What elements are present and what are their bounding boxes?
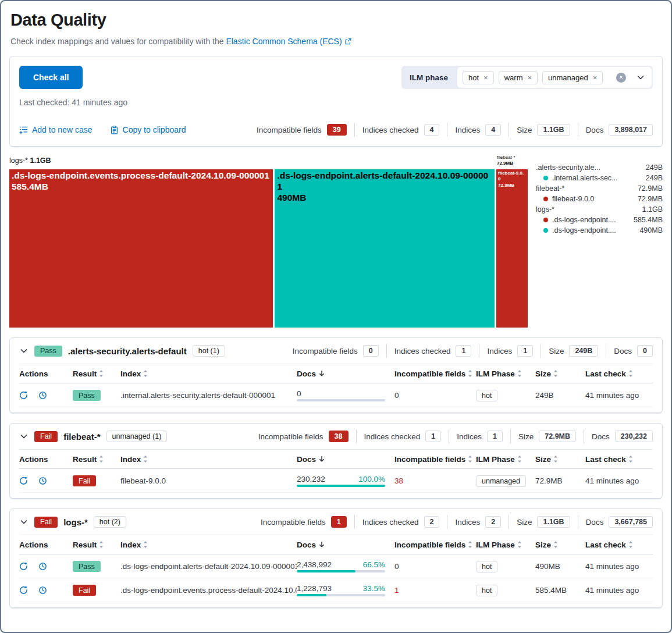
chevron-down-icon[interactable]: [19, 346, 29, 355]
divider: [509, 515, 509, 529]
col-index[interactable]: Index: [120, 455, 297, 464]
legend-dot: [543, 218, 548, 222]
check-all-button[interactable]: Check all: [19, 66, 83, 89]
ecs-link[interactable]: Elastic Common Schema (ECS): [226, 37, 351, 46]
col-docs[interactable]: Docs: [297, 540, 385, 549]
col-docs[interactable]: Docs: [297, 369, 385, 378]
sort-desc-icon: [318, 541, 325, 548]
col-incompatible[interactable]: Incompatible fields: [394, 455, 476, 464]
accordion-header[interactable]: Fail filebeat-* unmanaged (1) Incompatib…: [10, 424, 662, 449]
storage-treemap: logs-* 1.1GB filebeat-*72.9MB .ds-logs-e…: [9, 157, 663, 328]
phase-count-chip: hot (1): [193, 345, 225, 357]
divider: [356, 429, 357, 443]
check-index-icon[interactable]: [19, 476, 28, 485]
ilm-phase-chip: unmanaged: [476, 475, 526, 487]
docs-bar: [297, 399, 385, 401]
stat-docs: Docs3,898,017: [586, 124, 653, 136]
add-to-new-case-button[interactable]: Add to new case: [19, 125, 93, 134]
legend-group-row: logs-*1.1GB: [536, 204, 663, 215]
sortable-icon: [553, 370, 558, 377]
check-index-icon[interactable]: [19, 391, 28, 400]
remove-option-icon[interactable]: ×: [593, 73, 598, 82]
sortable-icon: [553, 541, 558, 548]
add-to-case-icon: [19, 126, 28, 134]
ilm-phase-filter[interactable]: ILM phase hot× warm× unmanaged× ×: [401, 66, 653, 89]
col-index[interactable]: Index: [120, 540, 297, 549]
col-incompatible[interactable]: Incompatible fields: [394, 540, 476, 549]
legend-item-row: .internal.alerts-sec...249B: [536, 173, 663, 183]
sortable-icon: [517, 370, 522, 377]
page-title: Data Quality: [10, 10, 662, 30]
col-size[interactable]: Size: [535, 369, 585, 378]
col-last-check[interactable]: Last check: [585, 369, 653, 378]
history-icon[interactable]: [38, 476, 47, 485]
accordion-header[interactable]: Fail logs-* hot (2) Incompatible fields1…: [10, 509, 662, 535]
ilm-phase-chip: hot: [476, 585, 497, 596]
legend-group-row: filebeat-*72.9MB: [536, 183, 663, 194]
result-badge: Pass: [73, 390, 101, 401]
chevron-down-icon[interactable]: [19, 517, 29, 527]
index-name: filebeat-9.0.0: [120, 476, 297, 485]
history-icon[interactable]: [38, 391, 47, 400]
clear-filter-icon[interactable]: ×: [616, 73, 626, 83]
check-index-icon[interactable]: [19, 586, 28, 595]
ilm-phase-label: ILM phase: [401, 73, 456, 82]
sortable-icon: [143, 370, 148, 377]
legend-dot: [543, 197, 548, 201]
col-index[interactable]: Index: [120, 369, 297, 378]
pattern-stats: Incompatible fields0 Indices checked1 In…: [293, 344, 653, 358]
result-badge: Fail: [73, 585, 96, 596]
pattern-card-logs: Fail logs-* hot (2) Incompatible fields1…: [9, 508, 663, 608]
sortable-icon: [99, 370, 104, 377]
col-ilm-phase[interactable]: ILM Phase: [476, 369, 535, 378]
chevron-down-icon[interactable]: [636, 73, 645, 82]
divider: [541, 344, 541, 358]
col-incompatible[interactable]: Incompatible fields: [394, 369, 476, 378]
treemap-block[interactable]: .ds-logs-endpoint.alerts-default-2024.10…: [275, 169, 495, 328]
ilm-option-unmanaged[interactable]: unmanaged×: [542, 71, 603, 84]
legend-dot: [543, 176, 548, 180]
summary-panel: Check all Last checked: 41 minutes ago I…: [9, 56, 663, 147]
ilm-option-hot[interactable]: hot×: [463, 71, 494, 84]
col-docs[interactable]: Docs: [297, 455, 385, 464]
copy-to-clipboard-button[interactable]: Copy to clipboard: [110, 125, 186, 134]
col-size[interactable]: Size: [535, 455, 585, 464]
col-last-check[interactable]: Last check: [585, 540, 653, 549]
history-icon[interactable]: [38, 562, 47, 571]
legend-dot: [543, 228, 548, 233]
col-result[interactable]: Result: [73, 455, 120, 464]
treemap-block[interactable]: .ds-logs-endpoint.events.process-default…: [9, 169, 273, 328]
chevron-down-icon[interactable]: [19, 432, 29, 441]
stat-badge: 1: [425, 431, 441, 442]
col-result[interactable]: Result: [73, 540, 120, 549]
result-badge: Fail: [34, 517, 58, 528]
legend-item-row: .ds-logs-endpoint....490MB: [536, 225, 663, 236]
treemap-chart: .ds-logs-endpoint.events.process-default…: [9, 169, 528, 328]
pattern-stats: Incompatible fields1 Indices checked2 In…: [261, 515, 653, 529]
ilm-option-warm[interactable]: warm×: [499, 71, 538, 84]
col-ilm-phase[interactable]: ILM Phase: [476, 540, 535, 549]
check-index-icon[interactable]: [19, 562, 28, 571]
col-result[interactable]: Result: [73, 369, 120, 378]
stat-badge: 4: [485, 124, 501, 136]
col-last-check[interactable]: Last check: [585, 455, 653, 464]
ilm-phase-combobox[interactable]: hot× warm× unmanaged× ×: [457, 67, 652, 88]
col-size[interactable]: Size: [535, 540, 585, 549]
subtitle-text: Check index mappings and values for comp…: [10, 37, 224, 46]
table-row: Pass .ds-logs-endpoint.alerts-default-20…: [19, 554, 653, 578]
sortable-icon: [143, 456, 148, 463]
indices-table: Actions Result Index Docs Incompatible f…: [10, 364, 662, 412]
divider: [449, 429, 449, 443]
treemap-block[interactable]: filebeat-9.0.072.9MB: [496, 169, 528, 328]
pattern-name: .alerts-security.alerts-default: [68, 346, 187, 356]
remove-option-icon[interactable]: ×: [483, 73, 488, 82]
col-ilm-phase[interactable]: ILM Phase: [476, 455, 535, 464]
pattern-name: logs-*: [63, 517, 88, 527]
result-badge: Pass: [34, 346, 62, 357]
remove-option-icon[interactable]: ×: [527, 73, 532, 82]
pattern-name: filebeat-*: [63, 432, 100, 442]
stat-badge: 38: [329, 431, 349, 442]
index-size: 585.4MB: [535, 586, 585, 595]
history-icon[interactable]: [38, 586, 47, 595]
accordion-header[interactable]: Pass .alerts-security.alerts-default hot…: [10, 338, 662, 364]
